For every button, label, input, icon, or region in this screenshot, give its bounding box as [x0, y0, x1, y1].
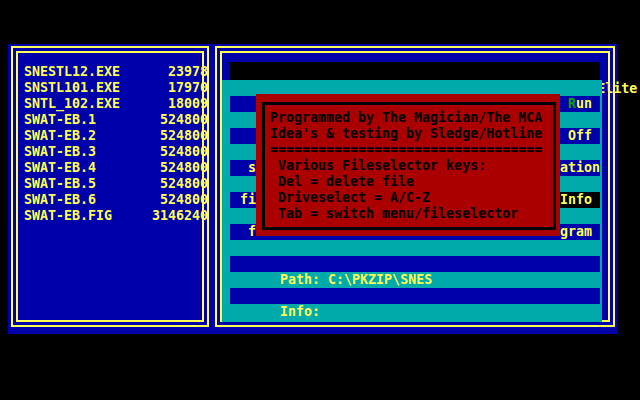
file-size: 18009	[168, 96, 208, 112]
file-list: SNESTL12.EXE23978SNSTL101.EXE17970SNTL_1…	[24, 64, 208, 224]
file-row[interactable]: SNESTL12.EXE23978	[24, 64, 208, 80]
dialog-line: Idea's & testing by Sledge/Hotline	[270, 126, 542, 142]
file-name: SWAT-EB.4	[24, 160, 96, 176]
menu-item-run-label: Run	[568, 96, 592, 112]
info-value: Info:	[280, 304, 320, 319]
file-row[interactable]: SWAT-EB.1524800	[24, 112, 208, 128]
dialog-line: Tab = switch menu/fileselector	[270, 206, 542, 222]
file-size: 17970	[168, 80, 208, 96]
file-size: 3146240	[152, 208, 208, 224]
file-name: SWAT-EB.6	[24, 192, 96, 208]
file-name: SNESTL12.EXE	[24, 64, 120, 80]
file-row[interactable]: SNSTL101.EXE17970	[24, 80, 208, 96]
file-row[interactable]: SWAT-EB.5524800	[24, 176, 208, 192]
file-size: 524800	[160, 176, 208, 192]
menu-item-ation-label: ation	[560, 160, 600, 176]
file-name: SWAT-EB.3	[24, 144, 96, 160]
dialog-line: Del = delete file	[270, 174, 542, 190]
file-name: SWAT-EB.FIG	[24, 208, 112, 224]
file-size: 524800	[160, 112, 208, 128]
title-bar: Snes-Tool Version 1.02 (c) The M.C.A./El…	[230, 62, 600, 80]
file-row[interactable]: SWAT-EB.4524800	[24, 160, 208, 176]
file-size: 524800	[160, 160, 208, 176]
file-name: SNSTL101.EXE	[24, 80, 120, 96]
menu-item-off-label: Off	[568, 128, 592, 144]
menu-item-gram-label: gram	[560, 224, 592, 240]
file-name: SWAT-EB.5	[24, 176, 96, 192]
dialog-line: Driveselect = A/C-Z	[270, 190, 542, 206]
dialog-line: ==================================	[270, 142, 542, 158]
about-keys-dialog: Programmed by The Magician/The MCAIdea's…	[256, 94, 560, 236]
dos-screen: SNESTL12.EXE23978SNSTL101.EXE17970SNTL_1…	[0, 0, 640, 400]
file-name: SWAT-EB.2	[24, 128, 96, 144]
path-value: Path: C:\PKZIP\SNES	[280, 272, 432, 287]
file-row[interactable]: SNTL_102.EXE18009	[24, 96, 208, 112]
dialog-line: Programmed by The Magician/The MCA	[270, 110, 542, 126]
file-row[interactable]: SWAT-EB.FIG3146240	[24, 208, 208, 224]
menu-item-gram-left-fragment: f	[248, 224, 256, 240]
file-name: SWAT-EB.1	[24, 112, 96, 128]
dialog-line: Various Fileselector keys:	[270, 158, 542, 174]
menu-item-info-label: Info	[560, 192, 592, 208]
dialog-text: Programmed by The Magician/The MCAIdea's…	[270, 110, 542, 222]
file-size: 524800	[160, 128, 208, 144]
file-row[interactable]: SWAT-EB.3524800	[24, 144, 208, 160]
run-hotkey-letter: R	[568, 96, 576, 111]
file-size: 524800	[160, 144, 208, 160]
file-row[interactable]: SWAT-EB.2524800	[24, 128, 208, 144]
file-name: SNTL_102.EXE	[24, 96, 120, 112]
path-bar: Path: C:\PKZIP\SNES	[230, 256, 600, 272]
file-row[interactable]: SWAT-EB.6524800	[24, 192, 208, 208]
info-bar: Info:	[230, 288, 600, 304]
menu-item-ation-left-fragment: s	[248, 160, 256, 176]
fileselector-panel: SNESTL12.EXE23978SNSTL101.EXE17970SNTL_1…	[8, 44, 212, 334]
file-size: 524800	[160, 192, 208, 208]
file-size: 23978	[168, 64, 208, 80]
menu-item-info-left-fragment: fi	[240, 192, 256, 208]
